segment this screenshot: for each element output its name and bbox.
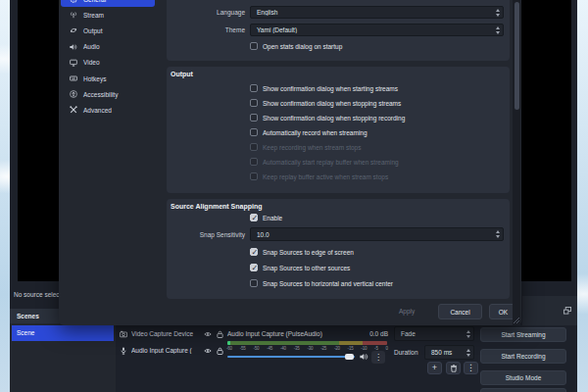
speaker-icon — [70, 43, 77, 51]
checkbox — [250, 143, 258, 151]
output-section-title: Output — [171, 71, 193, 77]
checkbox[interactable] — [250, 264, 258, 271]
snapping-section-title: Source Alignment Snapping — [171, 203, 262, 210]
output-checkbox-row[interactable]: Show confirmation dialog when stopping r… — [250, 114, 405, 122]
microphone-icon — [120, 347, 127, 355]
duration-spinner[interactable]: 850 ms — [424, 345, 474, 360]
checkbox — [250, 172, 258, 180]
chevron-up-down-icon — [493, 9, 503, 17]
snapping-checkbox-row[interactable]: Snap Sources to edge of screen — [250, 248, 354, 256]
sidebar-label: Video — [83, 59, 100, 66]
sidebar-label: Audio — [83, 43, 100, 50]
tools-icon — [70, 106, 77, 114]
sidebar-item-video[interactable]: Video — [61, 55, 155, 71]
source-row-audio[interactable]: Audio Input Capture ( — [120, 343, 223, 358]
apply-button[interactable]: Apply — [399, 308, 415, 315]
sidebar-label: Advanced — [83, 107, 112, 114]
volume-slider[interactable] — [227, 356, 355, 358]
sidebar-item-advanced[interactable]: Advanced — [61, 102, 155, 118]
desktop: No source selecte Scenes Scene Video Cap… — [0, 0, 588, 392]
eye-icon[interactable] — [204, 331, 212, 337]
checkbox[interactable] — [250, 99, 258, 107]
checkbox[interactable] — [250, 84, 258, 92]
mixer-menu-button[interactable]: ⋮ — [371, 351, 385, 364]
dock-titlebar — [522, 296, 577, 325]
checkbox[interactable] — [250, 279, 258, 287]
sidebar-item-general[interactable]: General — [61, 0, 155, 7]
sidebar-label: Stream — [83, 12, 104, 19]
checkbox[interactable] — [250, 42, 258, 50]
language-select[interactable]: English — [250, 6, 504, 19]
checkbox[interactable] — [250, 214, 258, 221]
sidebar-item-hotkeys[interactable]: Hotkeys — [61, 71, 155, 86]
antenna-icon — [70, 11, 77, 19]
source-row-video[interactable]: Video Capture Device — [120, 326, 223, 341]
sidebar-label: General — [83, 0, 106, 3]
output-arrows-icon — [70, 26, 77, 34]
checkbox[interactable] — [250, 114, 258, 122]
sidebar-item-stream[interactable]: Stream — [61, 7, 155, 23]
float-dock-icon[interactable] — [564, 307, 571, 315]
theme-select[interactable]: Yami (Default) — [250, 24, 504, 36]
source-name: Video Capture Device — [131, 330, 204, 337]
snapping-checkbox-row[interactable]: Snap Sources to other sources — [250, 264, 350, 271]
theme-label: Theme — [162, 26, 245, 33]
output-checkbox-row[interactable]: Show confirmation dialog when starting s… — [250, 84, 398, 92]
meter-scale: -60-55-50-45-40-35-30-25-20-15-10-50 — [226, 346, 388, 351]
status-text: No source selecte — [14, 291, 65, 298]
speaker-icon[interactable] — [360, 353, 368, 361]
chevron-up-down-icon — [493, 26, 503, 34]
volume-slider-handle[interactable] — [345, 354, 354, 360]
scene-list-item[interactable]: Scene — [12, 325, 114, 341]
start-recording-button[interactable]: Start Recording — [480, 349, 566, 364]
sidebar-item-accessibility[interactable]: Accessibility — [61, 86, 155, 102]
sources-list: Video Capture Device Audio Input Capture… — [120, 326, 223, 358]
mixer-header: Audio Input Capture (PulseAudio) 0.0 dB — [227, 330, 388, 337]
source-name: Audio Input Capture ( — [131, 347, 204, 354]
mixer-source-name: Audio Input Capture (PulseAudio) — [227, 330, 322, 337]
dialog-scrollbar-thumb[interactable] — [514, 2, 519, 110]
transition-menu-button[interactable]: ⋮ — [464, 362, 478, 374]
lock-icon[interactable] — [217, 330, 223, 338]
mixer-level-db: 0.0 dB — [369, 330, 388, 337]
sidebar-item-audio[interactable]: Audio — [61, 39, 155, 55]
remove-transition-button[interactable] — [446, 362, 461, 374]
resize-grip-icon[interactable] — [514, 318, 519, 323]
transition-select[interactable]: Fade — [394, 326, 474, 341]
person-icon — [70, 90, 77, 98]
snap-sensitivity-label: Snap Sensitivity — [162, 231, 245, 238]
trash-icon — [450, 365, 458, 372]
lock-icon[interactable] — [217, 347, 223, 355]
studio-mode-button[interactable]: Studio Mode — [480, 370, 566, 385]
chevron-up-down-icon — [493, 230, 503, 238]
checkbox[interactable] — [250, 128, 258, 136]
output-checkbox-row: Keep recording when stream stops — [250, 143, 361, 151]
output-checkbox-row: Automatically start replay buffer when s… — [250, 158, 399, 166]
camera-icon — [120, 330, 127, 338]
snapping-checkbox-row[interactable]: Snap Sources to horizontal and vertical … — [250, 279, 393, 287]
cancel-button[interactable]: Cancel — [438, 304, 482, 319]
open-stats-checkbox-row[interactable]: Open stats dialog on startup — [250, 42, 342, 50]
output-checkbox-row[interactable]: Automatically record when streaming — [250, 128, 368, 136]
checkbox — [250, 158, 258, 166]
sidebar-item-output[interactable]: Output — [61, 23, 155, 38]
duration-label: Duration — [394, 349, 418, 356]
start-streaming-button[interactable]: Start Streaming — [480, 327, 566, 342]
output-checkbox-row: Keep replay buffer active when stream st… — [250, 172, 388, 180]
chevron-up-down-icon — [464, 330, 473, 338]
chevron-up-down-icon — [464, 349, 473, 357]
display-icon — [70, 59, 77, 67]
keyboard-icon — [70, 74, 77, 82]
audio-level-meter — [227, 341, 387, 345]
eye-icon[interactable] — [204, 348, 212, 354]
sidebar-label: Accessibility — [83, 91, 118, 98]
output-checkbox-row[interactable]: Show confirmation dialog when stopping s… — [250, 99, 401, 107]
checkbox[interactable] — [250, 248, 258, 256]
snap-sensitivity-spinner[interactable]: 10.0 — [250, 227, 504, 241]
add-transition-button[interactable]: + — [427, 362, 442, 374]
duration-value: 850 ms — [425, 349, 464, 356]
gear-icon — [70, 0, 77, 3]
snapping-enable-row[interactable]: Enable — [250, 214, 282, 221]
sidebar-label: Hotkeys — [83, 75, 106, 82]
settings-button[interactable]: Settings — [480, 388, 566, 392]
